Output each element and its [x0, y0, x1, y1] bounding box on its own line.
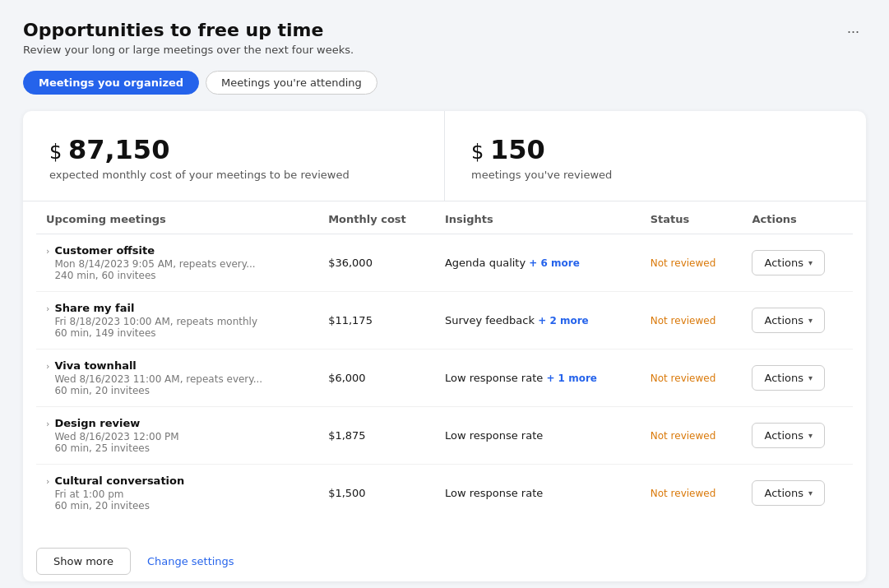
actions-button[interactable]: Actions▾: [752, 250, 825, 275]
meeting-name: Share my fail: [54, 302, 257, 314]
row-expand-icon[interactable]: ›: [46, 419, 49, 429]
col-header-status: Status: [641, 201, 743, 234]
actions-cell: Actions▾: [742, 465, 853, 522]
status-cell: Not reviewed: [641, 407, 743, 465]
status-badge: Not reviewed: [651, 488, 716, 499]
tab-organized[interactable]: Meetings you organized: [23, 71, 199, 95]
tab-attending[interactable]: Meetings you're attending: [206, 71, 377, 95]
page-subtitle: Review your long or large meetings over …: [23, 44, 866, 56]
meeting-cell: › Viva townhall Wed 8/16/2023 11:00 AM, …: [36, 350, 318, 407]
insight-more-link[interactable]: + 1 more: [546, 373, 597, 384]
tab-group: Meetings you organized Meetings you're a…: [23, 71, 866, 95]
meeting-details2: 60 min, 20 invitees: [54, 500, 184, 512]
row-expand-icon[interactable]: ›: [46, 303, 49, 314]
cost-cell: $6,000: [318, 350, 435, 407]
show-more-button[interactable]: Show more: [36, 548, 131, 575]
meeting-cell: › Share my fail Fri 8/18/2023 10:00 AM, …: [36, 292, 318, 350]
meetings-table: Upcoming meetings Monthly cost Insights …: [36, 201, 853, 521]
status-badge: Not reviewed: [651, 315, 716, 326]
stat-reviewed-dollar: $: [471, 141, 490, 164]
insight-cell: Agenda quality + 6 more: [435, 234, 641, 292]
stat-box-cost: $ 87,150 expected monthly cost of your m…: [23, 111, 445, 201]
meeting-name: Customer offsite: [54, 244, 255, 257]
chevron-down-icon: ▾: [808, 373, 813, 382]
table-wrapper: Upcoming meetings Monthly cost Insights …: [23, 201, 866, 535]
page-title: Opportunities to free up time: [23, 20, 866, 40]
insight-cell: Low response rate + 1 more: [435, 350, 641, 407]
stat-reviewed-amount: 150: [490, 134, 545, 165]
actions-label: Actions: [764, 372, 803, 384]
col-header-insights: Insights: [435, 201, 641, 234]
meeting-name: Cultural conversation: [54, 475, 184, 487]
actions-cell: Actions▾: [742, 350, 853, 407]
actions-button[interactable]: Actions▾: [752, 365, 825, 391]
chevron-down-icon: ▾: [808, 316, 813, 325]
main-card: $ 87,150 expected monthly cost of your m…: [23, 111, 866, 581]
table-row: › Share my fail Fri 8/18/2023 10:00 AM, …: [36, 292, 853, 350]
meeting-name: Design review: [54, 417, 178, 429]
meeting-details2: 60 min, 20 invitees: [54, 385, 262, 396]
more-options-button[interactable]: ···: [840, 20, 866, 44]
status-cell: Not reviewed: [641, 292, 743, 350]
status-cell: Not reviewed: [641, 234, 743, 292]
cost-cell: $1,875: [318, 407, 435, 465]
actions-label: Actions: [764, 257, 803, 269]
insight-text: Low response rate: [445, 429, 543, 442]
col-header-meeting: Upcoming meetings: [36, 201, 318, 234]
cost-cell: $11,175: [318, 292, 435, 350]
table-row: › Design review Wed 8/16/2023 12:00 PM 6…: [36, 407, 853, 465]
meeting-name: Viva townhall: [54, 359, 262, 372]
meeting-cell: › Cultural conversation Fri at 1:00 pm 6…: [36, 465, 318, 522]
table-row: › Viva townhall Wed 8/16/2023 11:00 AM, …: [36, 350, 853, 407]
stat-reviewed-label: meetings you've reviewed: [471, 169, 840, 181]
meeting-details2: 240 min, 60 invitees: [54, 270, 255, 281]
table-row: › Customer offsite Mon 8/14/2023 9:05 AM…: [36, 234, 853, 292]
actions-label: Actions: [764, 314, 803, 326]
meeting-details2: 60 min, 149 invitees: [54, 327, 257, 339]
insight-text: Survey feedback: [445, 314, 538, 326]
actions-cell: Actions▾: [742, 234, 853, 292]
status-cell: Not reviewed: [641, 465, 743, 522]
stats-row: $ 87,150 expected monthly cost of your m…: [23, 111, 866, 201]
actions-label: Actions: [764, 429, 803, 442]
meeting-details: Fri 8/18/2023 10:00 AM, repeats monthly: [54, 316, 257, 327]
chevron-down-icon: ▾: [808, 488, 813, 498]
meeting-details: Mon 8/14/2023 9:05 AM, repeats every...: [54, 258, 255, 270]
actions-button[interactable]: Actions▾: [752, 480, 825, 506]
actions-button[interactable]: Actions▾: [752, 308, 825, 333]
insight-cell: Low response rate: [435, 465, 641, 522]
insight-text: Agenda quality: [445, 257, 529, 269]
insight-text: Low response rate: [445, 487, 543, 499]
table-row: › Cultural conversation Fri at 1:00 pm 6…: [36, 465, 853, 522]
change-settings-button[interactable]: Change settings: [144, 549, 238, 574]
meeting-details2: 60 min, 25 invitees: [54, 442, 178, 454]
insight-cell: Survey feedback + 2 more: [435, 292, 641, 350]
status-badge: Not reviewed: [651, 257, 716, 269]
col-header-cost: Monthly cost: [318, 201, 435, 234]
status-badge: Not reviewed: [651, 430, 716, 442]
cost-cell: $36,000: [318, 234, 435, 292]
row-expand-icon[interactable]: ›: [46, 476, 49, 487]
insight-cell: Low response rate: [435, 407, 641, 465]
cost-cell: $1,500: [318, 465, 435, 522]
meeting-details: Wed 8/16/2023 12:00 PM: [54, 431, 178, 442]
chevron-down-icon: ▾: [808, 258, 813, 267]
page-header: Opportunities to free up time Review you…: [23, 20, 866, 56]
stat-cost-dollar: $: [49, 141, 68, 164]
meeting-details: Fri at 1:00 pm: [54, 488, 184, 500]
insight-text: Low response rate: [445, 372, 546, 384]
status-cell: Not reviewed: [641, 350, 743, 407]
row-expand-icon[interactable]: ›: [46, 361, 49, 372]
actions-cell: Actions▾: [742, 407, 853, 465]
stat-box-reviewed: $ 150 meetings you've reviewed: [445, 111, 866, 201]
stat-cost-amount: 87,150: [68, 134, 169, 165]
actions-label: Actions: [764, 487, 803, 499]
actions-cell: Actions▾: [742, 292, 853, 350]
meeting-details: Wed 8/16/2023 11:00 AM, repeats every...: [54, 373, 262, 385]
status-badge: Not reviewed: [651, 373, 716, 384]
actions-button[interactable]: Actions▾: [752, 423, 825, 448]
row-expand-icon[interactable]: ›: [46, 246, 49, 257]
insight-more-link[interactable]: + 2 more: [538, 315, 589, 326]
insight-more-link[interactable]: + 6 more: [529, 257, 580, 269]
stat-cost-label: expected monthly cost of your meetings t…: [49, 169, 418, 181]
